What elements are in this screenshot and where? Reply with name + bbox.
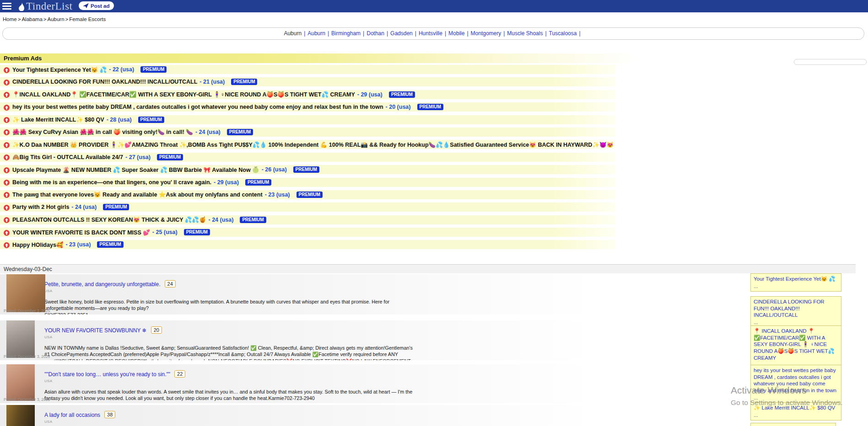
premium-ad-row: Party with 2 Hot girls - 24 (usa) PREMIU… <box>0 202 615 212</box>
sidebar-ad-link[interactable]: hey its your best wettes petite baby DRE… <box>754 367 838 394</box>
listing-title-link[interactable]: Petite, brunette, and dangerously unforg… <box>44 281 161 288</box>
up-arrow-icon <box>4 67 10 73</box>
premium-badge: PREMIUM <box>245 179 271 186</box>
premium-ad-age[interactable]: - 22 (usa) <box>109 66 134 73</box>
listing-title-link[interactable]: A lady for all occasions <box>44 412 100 418</box>
premium-ad-title-link[interactable]: 🙈Big Tits Girl - OUTCALL Available 24/7 <box>12 154 123 160</box>
up-arrow-icon <box>4 192 10 197</box>
breadcrumb-link[interactable]: Female Escorts <box>69 16 106 22</box>
premium-ad-age[interactable]: - 24 (usa) <box>195 129 221 135</box>
city-link[interactable]: Auburn <box>284 30 302 37</box>
premium-ad-title-link[interactable]: Being with me is an experience—one that … <box>12 179 211 186</box>
premium-ad-title-link[interactable]: The pawg that everyone loves😼 Ready and … <box>12 191 263 198</box>
listing-thumbnail[interactable] <box>6 274 45 312</box>
sidebar-ad-box: hey its your best wettes petite baby DRE… <box>750 365 841 404</box>
up-arrow-icon <box>4 217 10 223</box>
premium-ads-heading: Premium Ads <box>0 53 641 63</box>
premium-ad-age[interactable]: - 28 (usa) <box>107 117 132 123</box>
premium-ad-age[interactable]: - 29 (usa) <box>214 179 239 186</box>
premium-ad-title-link[interactable]: YOUR WINTER FAVORITE IS BACK DONT MISS 💕 <box>12 229 150 236</box>
city-link[interactable]: Montgomery <box>471 30 501 37</box>
city-separator: | <box>503 30 505 37</box>
sidebar-ad-link[interactable]: ✨ Lake Merritt INCALL✨ $80 QV <box>754 405 838 411</box>
city-link[interactable]: Auburn <box>307 30 325 37</box>
premium-ad-title-link[interactable]: Happy HOlidays🥰 <box>12 241 63 248</box>
premium-ad-age[interactable]: - 26 (usa) <box>262 166 287 173</box>
city-link[interactable]: Gadsden <box>390 30 413 37</box>
premium-ad-title-link[interactable]: Your Tightest Experience Yet😼 💦 <box>12 66 107 73</box>
premium-ad-age[interactable]: - 23 (usa) <box>265 192 290 198</box>
listing-title-link[interactable]: YOUR NEW FAVORITE SNOWBUNNY ❄ <box>44 327 147 334</box>
premium-ad-age[interactable]: - 29 (usa) <box>357 91 383 98</box>
premium-ad-title-link[interactable]: 🌺🌺 Sexy CuRvy Asian 🌺🌺 in call 🍑 visitin… <box>12 128 193 135</box>
sidebar-ad-link[interactable]: 📍 INCALL OAKLAND 📍 ✅FACETIME/CAR✅ WITH A… <box>754 328 838 362</box>
premium-ad-title-link[interactable]: CINDERELLA LOOKING FOR FUN!!! OAKLAND!!!… <box>12 79 197 85</box>
premium-ad-row: Your Tightest Experience Yet😼 💦 - 22 (us… <box>0 65 615 74</box>
premium-ad-title-link[interactable]: Party with 2 Hot girls <box>12 204 69 210</box>
city-separator: | <box>445 30 446 37</box>
listing-country: USA <box>44 335 798 339</box>
premium-ad-age[interactable]: - 25 (usa) <box>152 229 178 235</box>
premium-ad-row: YOUR WINTER FAVORITE IS BACK DONT MISS 💕… <box>0 228 615 237</box>
city-link[interactable]: Dothan <box>367 30 384 37</box>
premium-ads-section: Premium Ads Your Tightest Experience Yet… <box>0 53 868 253</box>
city-link[interactable]: Mobile <box>448 30 464 37</box>
premium-ad-title-link[interactable]: Upscale Playmate 🌋 NEW NUMBER 💦 Super So… <box>12 166 259 173</box>
date-header: Wednesday-03-Dec <box>0 264 856 273</box>
sidebar-ad-link[interactable]: CINDERELLA LOOKING FOR FUN!!! OAKLAND!!!… <box>754 298 838 319</box>
premium-ad-age[interactable]: - 20 (usa) <box>386 104 411 110</box>
post-ad-button[interactable]: Post ad <box>79 1 114 10</box>
premium-ad-age[interactable]: - 27 (usa) <box>125 154 151 160</box>
premium-ad-row: CINDERELLA LOOKING FOR FUN!!! OAKLAND!!!… <box>0 77 615 86</box>
premium-ad-age[interactable]: - 24 (usa) <box>209 217 234 223</box>
breadcrumb-separator: > <box>18 16 21 22</box>
listing-row: A lady for all occasions38 USA <box>0 405 798 426</box>
sidebar-ad-box: Your Tightest Experience Yet😼 💦 ... <box>750 273 841 292</box>
breadcrumb: Home>Alabama>Auburn>Female Escorts <box>3 16 106 22</box>
premium-ad-age[interactable]: - 23 (usa) <box>65 241 91 248</box>
listing-posted-date: Posted: December 3, 2025 <box>4 354 50 359</box>
listing-thumbnail[interactable] <box>6 364 35 401</box>
city-link[interactable]: Tuscaloosa <box>549 30 577 37</box>
sidebar-ad-link[interactable]: Your Tightest Experience Yet😼 💦 <box>754 276 838 282</box>
brand-name: TinderList <box>26 0 72 12</box>
premium-badge: PREMIUM <box>231 79 257 85</box>
up-arrow-icon <box>4 142 10 148</box>
premium-ad-title-link[interactable]: hey its your best wettes petite baby DRE… <box>12 104 383 110</box>
up-arrow-icon <box>4 242 10 248</box>
premium-ad-row: ✨K.O Daa NUMBER 👑 PROVIDER 🧍‍♀️✨💕AMAZING… <box>0 140 615 149</box>
breadcrumb-link[interactable]: Alabama <box>22 16 42 22</box>
listing-thumbnail[interactable] <box>6 405 35 426</box>
menu-icon[interactable] <box>1 1 12 11</box>
premium-ad-title-link[interactable]: 📍INCALL OAKLAND📍 ✅FACETIME/CAR✅ WITH A S… <box>12 91 355 98</box>
site-logo[interactable]: TinderList <box>17 0 72 12</box>
premium-ad-row: Being with me is an experience—one that … <box>0 178 615 187</box>
paper-plane-icon <box>83 3 89 8</box>
sidebar-ad-ellipsis: ... <box>754 283 838 290</box>
premium-badge: PREMIUM <box>157 154 183 160</box>
listing-title-link[interactable]: ""Don't stare too long… unless you're re… <box>44 371 170 378</box>
premium-ad-title-link[interactable]: PLEASANTON OUTCALLS !! SEXY KOREAN😻 THIC… <box>12 216 206 223</box>
premium-badge: PREMIUM <box>138 117 164 123</box>
premium-badge: PREMIUM <box>103 204 129 210</box>
listing-thumbnail[interactable] <box>6 320 35 358</box>
city-link[interactable]: Muscle Shoals <box>507 30 543 37</box>
city-link[interactable]: Birmingham <box>331 30 361 37</box>
sidebar-ad-box: CINDERELLA LOOKING FOR FUN!!! OAKLAND!!!… <box>750 296 841 328</box>
up-arrow-icon <box>4 129 10 135</box>
up-arrow-icon <box>4 154 10 160</box>
premium-badge: PREMIUM <box>227 129 253 135</box>
listing-row: YOUR NEW FAVORITE SNOWBUNNY ❄20 USA NEW … <box>0 320 798 360</box>
premium-ad-age[interactable]: - 21 (usa) <box>199 79 225 85</box>
premium-ad-title-link[interactable]: ✨K.O Daa NUMBER 👑 PROVIDER 🧍‍♀️✨💕AMAZING… <box>12 141 615 148</box>
breadcrumb-link[interactable]: Home <box>3 16 17 22</box>
premium-ad-age[interactable]: - 24 (usa) <box>71 204 97 210</box>
city-link[interactable]: Huntsville <box>419 30 442 37</box>
premium-badge: PREMIUM <box>297 192 323 198</box>
breadcrumb-link[interactable]: Auburn <box>48 16 65 22</box>
listing-phone: SKYE702-577-2251 <box>44 312 798 314</box>
listing-posted-date: Posted: December 3, 2025 <box>4 309 50 313</box>
sidebar-ad-ellipsis: ... <box>754 412 838 419</box>
premium-badge: PREMIUM <box>140 66 167 73</box>
premium-ad-title-link[interactable]: ✨ Lake Merritt INCALL✨ $80 QV <box>12 116 104 123</box>
